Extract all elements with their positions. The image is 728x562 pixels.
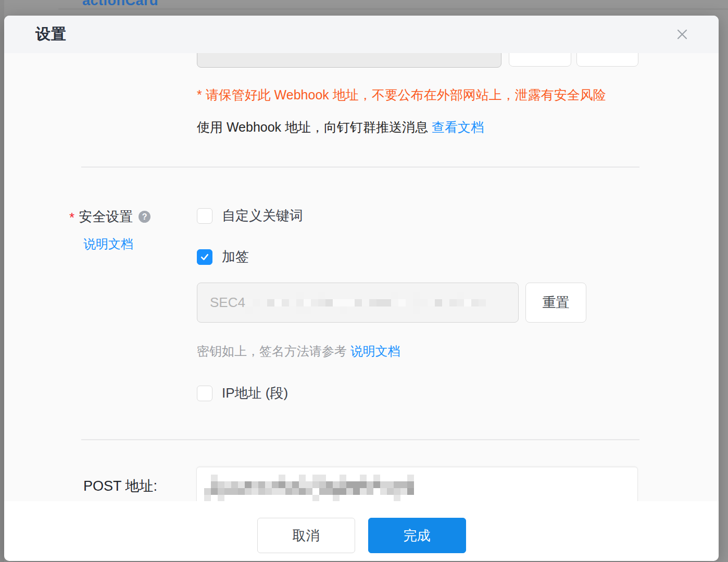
overlay-left-strip: [0, 0, 4, 562]
security-doc-link[interactable]: 说明文档: [83, 237, 133, 251]
ip-checkbox[interactable]: [197, 386, 212, 401]
cancel-button[interactable]: 取消: [257, 518, 355, 553]
secret-hint-doc-link[interactable]: 说明文档: [350, 344, 400, 358]
required-asterisk: *: [69, 210, 74, 226]
modal-header: 设置: [4, 16, 719, 53]
confirm-button[interactable]: 完成: [368, 518, 466, 553]
webhook-warning-text: * 请保管好此 Webhook 地址，不要公布在外部网站上，泄露有安全风险: [197, 86, 606, 104]
post-address-redacted-mosaic: [204, 475, 414, 501]
secret-key-redacted-mosaic: [245, 292, 486, 314]
help-icon[interactable]: ?: [139, 211, 150, 223]
security-doc-link-wrap: 说明文档: [83, 236, 133, 252]
post-address-input[interactable]: [196, 467, 638, 501]
check-icon: [199, 252, 210, 262]
screen: actionCard 设置 * 请保管好此 Webhook 地址，不要公布在外部…: [0, 0, 728, 562]
keywords-checkbox-label[interactable]: 自定义关键词: [222, 207, 303, 225]
secret-key-prefix: SEC4: [210, 295, 245, 311]
view-docs-link[interactable]: 查看文档: [432, 120, 484, 134]
checkbox-row-keywords[interactable]: 自定义关键词: [197, 207, 303, 225]
webhook-usage-text: 使用 Webhook 地址，向钉钉群推送消息 查看文档: [197, 119, 484, 136]
webhook-action-button-1[interactable]: [509, 53, 571, 67]
close-icon[interactable]: [673, 25, 692, 44]
sign-checkbox[interactable]: [197, 249, 212, 265]
background-table-edge: [58, 8, 728, 10]
keywords-checkbox[interactable]: [197, 208, 212, 224]
webhook-url-input[interactable]: [197, 53, 501, 68]
checkbox-row-ip[interactable]: IP地址 (段): [197, 384, 288, 402]
security-settings-label-row: * 安全设置 ?: [69, 208, 150, 226]
security-settings-label: 安全设置: [79, 208, 133, 226]
webhook-action-button-2[interactable]: [576, 53, 638, 67]
ip-checkbox-label[interactable]: IP地址 (段): [222, 384, 288, 402]
secret-hint-line: 密钥如上，签名方法请参考 说明文档: [197, 343, 400, 360]
usage-text: 使用 Webhook 地址，向钉钉群推送消息: [197, 120, 428, 134]
reset-button[interactable]: 重置: [525, 283, 586, 323]
modal-title: 设置: [35, 24, 67, 45]
page-overlay-top: actionCard: [0, 0, 728, 16]
checkbox-row-sign[interactable]: 加签: [197, 248, 249, 266]
sign-checkbox-label[interactable]: 加签: [222, 248, 249, 266]
settings-modal: 设置 * 请保管好此 Webhook 地址，不要公布在外部网站上，泄露有安全风险…: [4, 16, 719, 561]
secret-key-input[interactable]: SEC4: [197, 283, 519, 323]
divider: [81, 439, 639, 440]
modal-footer: 取消 完成: [4, 501, 719, 561]
divider: [81, 167, 639, 168]
background-actioncard-link: actionCard: [82, 0, 158, 9]
modal-body: * 请保管好此 Webhook 地址，不要公布在外部网站上，泄露有安全风险 使用…: [4, 53, 719, 501]
post-address-label: POST 地址:: [83, 477, 157, 495]
secret-hint-text: 密钥如上，签名方法请参考: [197, 344, 347, 358]
